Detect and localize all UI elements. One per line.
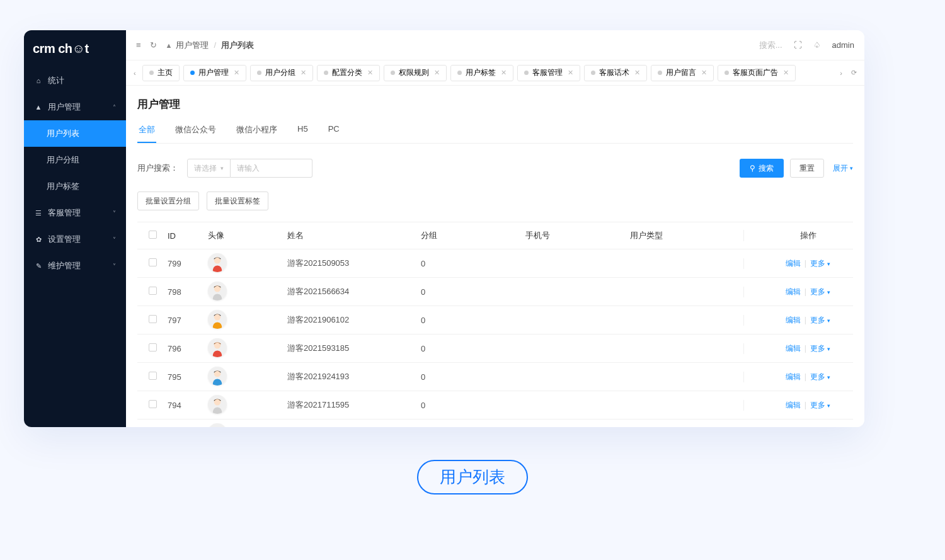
more-link[interactable]: 更多 ▾ bbox=[810, 401, 830, 409]
filter-tab[interactable]: 微信公众号 bbox=[174, 118, 217, 143]
tab-dot-icon bbox=[190, 71, 195, 75]
tab-item[interactable]: 客服话术✕ bbox=[584, 65, 647, 81]
tab-label: 用户分组 bbox=[265, 67, 295, 78]
search-input[interactable]: 请输入 bbox=[231, 159, 312, 178]
close-icon[interactable]: ✕ bbox=[701, 69, 707, 77]
more-link[interactable]: 更多 ▾ bbox=[810, 287, 830, 296]
nav-user-tag[interactable]: 用户标签 bbox=[24, 173, 126, 200]
tab-item[interactable]: 主页 bbox=[142, 65, 180, 81]
row-name: 游客2021509053 bbox=[287, 258, 421, 269]
table-row: 796游客20215931850编辑|更多 ▾ bbox=[137, 334, 853, 363]
search-button[interactable]: ⚲搜索 bbox=[740, 159, 784, 178]
batch-tag-button[interactable]: 批量设置标签 bbox=[207, 191, 268, 210]
nav-label: 设置管理 bbox=[48, 234, 81, 245]
tab-item[interactable]: 配置分类✕ bbox=[317, 65, 380, 81]
edit-link[interactable]: 编辑 bbox=[786, 287, 801, 296]
page-title: 用户管理 bbox=[137, 86, 853, 118]
more-link[interactable]: 更多 ▾ bbox=[810, 372, 830, 381]
nav-user-group[interactable]: 用户分组 bbox=[24, 147, 126, 173]
select-all-checkbox[interactable] bbox=[149, 231, 157, 239]
search-row: 用户搜索： 请选择▾ 请输入 ⚲搜索 重置 展开▾ bbox=[137, 144, 853, 191]
edit-link[interactable]: 编辑 bbox=[786, 401, 801, 409]
filter-tab[interactable]: PC bbox=[327, 118, 341, 143]
tab-item[interactable]: 权限规则✕ bbox=[384, 65, 447, 81]
close-icon[interactable]: ✕ bbox=[501, 69, 507, 77]
more-link[interactable]: 更多 ▾ bbox=[810, 316, 830, 324]
row-group: 0 bbox=[421, 401, 525, 410]
breadcrumb-section[interactable]: 用户管理 bbox=[176, 40, 209, 51]
tab-item[interactable]: 客服页面广告✕ bbox=[718, 65, 796, 81]
row-group: 0 bbox=[421, 372, 525, 382]
filter-tab[interactable]: H5 bbox=[296, 118, 309, 143]
tabs-refresh-icon[interactable]: ⟳ bbox=[849, 69, 859, 77]
nav-stats[interactable]: ⌂统计 bbox=[24, 67, 126, 94]
tab-dot-icon bbox=[257, 71, 261, 75]
nav-user-manage[interactable]: ▲用户管理 ˄ bbox=[24, 94, 126, 120]
chevron-down-icon: ▾ bbox=[827, 346, 830, 352]
fullscreen-icon[interactable]: ⛶ bbox=[794, 40, 802, 50]
edit-link[interactable]: 编辑 bbox=[786, 372, 801, 381]
edit-link[interactable]: 编辑 bbox=[786, 259, 801, 268]
close-icon[interactable]: ✕ bbox=[367, 69, 373, 77]
close-icon[interactable]: ✕ bbox=[434, 69, 440, 77]
nav-service-manage[interactable]: ☰客服管理 ˅ bbox=[24, 200, 126, 226]
tab-item[interactable]: 用户标签✕ bbox=[450, 65, 513, 81]
row-checkbox[interactable] bbox=[149, 343, 157, 351]
tab-item[interactable]: 用户管理✕ bbox=[183, 65, 246, 81]
tab-label: 用户留言 bbox=[666, 67, 696, 78]
tab-dot-icon bbox=[457, 71, 462, 75]
row-id: 796 bbox=[168, 344, 208, 353]
row-checkbox[interactable] bbox=[149, 287, 157, 295]
chevron-up-icon: ˄ bbox=[113, 104, 116, 111]
search-input[interactable]: 搜索... bbox=[759, 40, 782, 51]
row-checkbox[interactable] bbox=[149, 258, 157, 266]
avatar bbox=[208, 338, 227, 357]
tab-label: 客服管理 bbox=[532, 67, 563, 78]
tabs-scroll-left-icon[interactable]: ‹ bbox=[131, 69, 139, 77]
col-type: 用户类型 bbox=[630, 230, 743, 241]
row-name: 游客2021566634 bbox=[287, 286, 421, 297]
bell-icon[interactable]: ♤ bbox=[813, 40, 821, 50]
chevron-down-icon: ▾ bbox=[827, 289, 830, 295]
tab-item[interactable]: 用户留言✕ bbox=[651, 65, 714, 81]
reset-button[interactable]: 重置 bbox=[790, 159, 824, 178]
nav-settings-manage[interactable]: ✿设置管理 ˅ bbox=[24, 226, 126, 253]
batch-group-button[interactable]: 批量设置分组 bbox=[137, 191, 199, 210]
row-checkbox[interactable] bbox=[149, 372, 157, 380]
close-icon[interactable]: ✕ bbox=[783, 69, 789, 77]
col-avatar: 头像 bbox=[208, 230, 287, 241]
table-header: ID 头像 姓名 分组 手机号 用户类型 操作 bbox=[137, 222, 853, 249]
edit-link[interactable]: 编辑 bbox=[786, 344, 801, 353]
table-row: 793游客20211050820编辑|更多 ▾ bbox=[137, 420, 853, 427]
more-link[interactable]: 更多 ▾ bbox=[810, 344, 830, 353]
search-icon: ⚲ bbox=[750, 164, 755, 173]
col-group: 分组 bbox=[421, 230, 525, 241]
refresh-icon[interactable]: ↻ bbox=[150, 40, 157, 50]
more-link[interactable]: 更多 ▾ bbox=[810, 259, 830, 268]
chat-icon: ☰ bbox=[34, 209, 43, 217]
tab-item[interactable]: 客服管理✕ bbox=[517, 65, 580, 81]
close-icon[interactable]: ✕ bbox=[634, 69, 640, 77]
user-name[interactable]: admin bbox=[832, 40, 854, 50]
close-icon[interactable]: ✕ bbox=[301, 69, 306, 77]
row-group: 0 bbox=[421, 287, 525, 297]
edit-link[interactable]: 编辑 bbox=[786, 316, 801, 324]
avatar bbox=[208, 395, 227, 414]
row-checkbox[interactable] bbox=[149, 315, 157, 323]
row-group: 0 bbox=[421, 344, 525, 353]
expand-link[interactable]: 展开▾ bbox=[833, 163, 853, 174]
nav-maintain-manage[interactable]: ✎维护管理 ˅ bbox=[24, 253, 126, 279]
search-type-select[interactable]: 请选择▾ bbox=[187, 159, 231, 178]
tabs-bar: ‹ 主页用户管理✕用户分组✕配置分类✕权限规则✕用户标签✕客服管理✕客服话术✕用… bbox=[126, 60, 864, 86]
tabs-scroll-right-icon[interactable]: › bbox=[837, 69, 845, 77]
filter-tab[interactable]: 微信小程序 bbox=[235, 118, 278, 143]
nav-user-list[interactable]: 用户列表 bbox=[24, 120, 126, 147]
tab-label: 用户管理 bbox=[198, 67, 229, 78]
close-icon[interactable]: ✕ bbox=[234, 69, 239, 77]
filter-tab[interactable]: 全部 bbox=[137, 118, 156, 143]
close-icon[interactable]: ✕ bbox=[568, 69, 573, 77]
menu-collapse-icon[interactable]: ≡ bbox=[136, 40, 141, 50]
tab-label: 用户标签 bbox=[466, 67, 496, 78]
row-checkbox[interactable] bbox=[149, 400, 157, 408]
tab-item[interactable]: 用户分组✕ bbox=[250, 65, 313, 81]
